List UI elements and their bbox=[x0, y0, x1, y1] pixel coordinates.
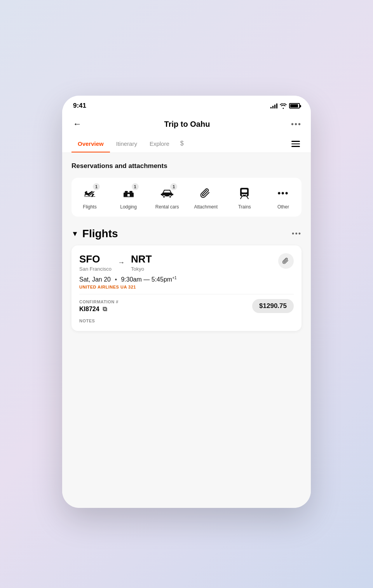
status-icons bbox=[270, 103, 300, 109]
category-flights[interactable]: 1 Flights bbox=[76, 185, 103, 210]
svg-point-12 bbox=[242, 194, 243, 196]
origin-code: SFO bbox=[79, 253, 112, 265]
trains-label: Trains bbox=[238, 204, 251, 210]
svg-rect-2 bbox=[129, 191, 132, 192]
reservations-section: Reservations and attachments bbox=[71, 162, 302, 217]
phone-container: 9:41 ← Trip to Oahu ••• bbox=[62, 96, 311, 508]
signal-icon bbox=[270, 103, 277, 108]
lodging-badge: 1 bbox=[132, 183, 139, 190]
svg-point-7 bbox=[169, 196, 171, 198]
flights-section: ▼ Flights ••• SFO San Francisco → NRT To… bbox=[71, 228, 302, 331]
time-dash: — bbox=[143, 276, 151, 283]
flights-icon-wrap: 1 bbox=[81, 185, 98, 202]
price-badge: $1290.75 bbox=[252, 299, 294, 313]
svg-rect-1 bbox=[125, 191, 128, 192]
header: ← Trip to Oahu ••• bbox=[62, 113, 311, 135]
svg-rect-4 bbox=[127, 194, 130, 196]
flight-card: SFO San Francisco → NRT Tokyo bbox=[71, 245, 302, 331]
status-bar: 9:41 bbox=[62, 96, 311, 113]
main-content: Reservations and attachments bbox=[62, 153, 311, 508]
svg-point-13 bbox=[246, 194, 247, 196]
back-button[interactable]: ← bbox=[71, 117, 83, 131]
dot-separator: • bbox=[115, 276, 117, 283]
categories-bar: 1 Flights bbox=[71, 178, 302, 217]
tab-explore[interactable]: Explore bbox=[143, 136, 176, 152]
flight-date-row: Sat, Jan 20 • 9:30am — 5:45pm+1 bbox=[79, 276, 294, 283]
svg-rect-14 bbox=[243, 194, 246, 195]
origin-city: San Francisco bbox=[79, 266, 112, 272]
confirmation-label: CONFIRMATION # bbox=[79, 299, 119, 304]
tabs-bar: Overview Itinerary Explore $ bbox=[62, 135, 311, 153]
svg-rect-8 bbox=[161, 194, 162, 195]
confirmation-row: CONFIRMATION # KI8724 ⧉ $1290.75 bbox=[79, 299, 294, 313]
dest-info: NRT Tokyo bbox=[131, 253, 152, 272]
origin-info: SFO San Francisco bbox=[79, 253, 112, 272]
flights-section-title: Flights bbox=[82, 228, 118, 240]
status-time: 9:41 bbox=[73, 102, 86, 110]
rentalcars-badge: 1 bbox=[170, 183, 177, 190]
tab-overview[interactable]: Overview bbox=[71, 136, 110, 152]
card-divider bbox=[79, 294, 294, 294]
svg-rect-3 bbox=[124, 196, 134, 197]
train-icon bbox=[239, 187, 249, 200]
lodging-label: Lodging bbox=[120, 204, 137, 210]
flights-badge: 1 bbox=[93, 183, 100, 190]
other-dots-icon: ••• bbox=[277, 188, 289, 198]
svg-point-6 bbox=[163, 196, 165, 198]
flights-more-button[interactable]: ••• bbox=[292, 230, 302, 238]
rentalcars-label: Rental cars bbox=[155, 204, 179, 210]
flight-date: Sat, Jan 20 bbox=[79, 276, 111, 283]
airline-label: UNITED AIRLINES UA 321 bbox=[79, 285, 294, 289]
category-other[interactable]: ••• Other bbox=[270, 185, 297, 210]
battery-icon bbox=[289, 103, 300, 108]
collapse-arrow-icon[interactable]: ▼ bbox=[71, 230, 78, 238]
flights-title-row: ▼ Flights bbox=[71, 228, 118, 240]
route-arrow-icon: → bbox=[118, 259, 125, 267]
tab-itinerary[interactable]: Itinerary bbox=[110, 136, 143, 152]
category-trains[interactable]: Trains bbox=[231, 185, 258, 210]
reservations-title: Reservations and attachments bbox=[71, 162, 302, 170]
other-icon-wrap: ••• bbox=[275, 185, 292, 202]
svg-rect-9 bbox=[172, 194, 173, 195]
arrive-time: 5:45pm+1 bbox=[152, 276, 177, 283]
attachment-icon-wrap bbox=[197, 185, 214, 202]
category-lodging[interactable]: 1 Lodging bbox=[115, 185, 142, 210]
notes-label: NOTES bbox=[79, 318, 294, 323]
confirmation-info: CONFIRMATION # KI8724 ⧉ bbox=[79, 299, 119, 313]
svg-rect-11 bbox=[242, 189, 247, 192]
wifi-icon bbox=[280, 103, 287, 109]
rentalcars-icon-wrap: 1 bbox=[159, 185, 176, 202]
flights-label: Flights bbox=[83, 204, 96, 210]
lodging-icon-wrap: 1 bbox=[120, 185, 137, 202]
dest-code: NRT bbox=[131, 253, 152, 265]
trains-icon-wrap bbox=[236, 185, 253, 202]
dest-city: Tokyo bbox=[131, 266, 152, 272]
flights-header: ▼ Flights ••• bbox=[71, 228, 302, 240]
category-attachment[interactable]: Attachment bbox=[192, 185, 220, 210]
header-more-button[interactable]: ••• bbox=[291, 120, 302, 129]
tab-dollar[interactable]: $ bbox=[176, 135, 188, 152]
confirmation-number: KI8724 bbox=[79, 306, 99, 313]
depart-time: 9:30am bbox=[121, 276, 141, 283]
copy-icon[interactable]: ⧉ bbox=[103, 306, 107, 313]
confirmation-value-row: KI8724 ⧉ bbox=[79, 306, 119, 313]
card-attachment-button[interactable] bbox=[278, 253, 294, 269]
paperclip-icon bbox=[200, 187, 211, 199]
page-title: Trip to Oahu bbox=[164, 120, 210, 129]
other-label: Other bbox=[277, 204, 289, 210]
attachment-label: Attachment bbox=[194, 204, 218, 210]
category-rentalcars[interactable]: 1 Rental cars bbox=[153, 185, 181, 210]
flight-route: SFO San Francisco → NRT Tokyo bbox=[79, 253, 294, 272]
tab-menu-button[interactable] bbox=[290, 138, 302, 150]
